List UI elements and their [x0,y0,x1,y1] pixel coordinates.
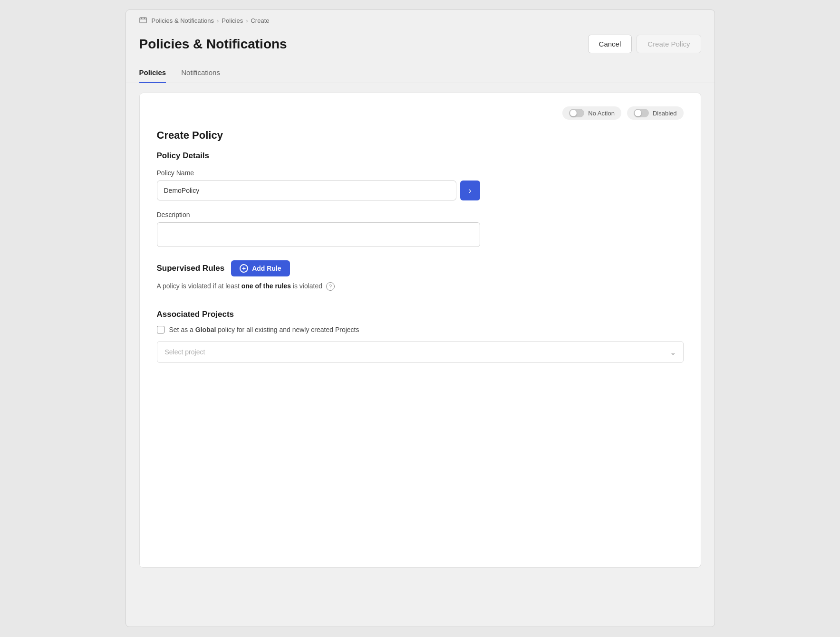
breadcrumb-separator-1: › [217,17,219,24]
global-checkbox-label: Set as a Global policy for all existing … [169,326,359,333]
policy-details-section: Policy Details Policy Name › Description [157,151,684,247]
breadcrumb-icon [139,17,147,24]
create-policy-title: Create Policy [157,129,684,142]
global-label-part2: policy for all existing and newly create… [216,326,359,333]
tab-notifications[interactable]: Notifications [181,63,220,83]
policy-name-row: › [157,181,684,200]
disabled-toggle-item[interactable]: Disabled [627,106,684,120]
rules-help-icon[interactable]: ? [326,282,335,291]
breadcrumb-item-create: Create [251,17,269,24]
no-action-toggle-item[interactable]: No Action [562,106,621,120]
policy-name-arrow-button[interactable]: › [460,181,480,200]
select-project-dropdown[interactable]: Select project [157,341,684,363]
global-checkbox-row: Set as a Global policy for all existing … [157,326,684,333]
description-label: Description [157,211,684,219]
add-rule-label: Add Rule [252,265,281,272]
rules-desc-bold: one of the rules [241,282,291,290]
policy-name-input[interactable] [157,181,456,200]
supervised-rules-header: Supervised Rules + Add Rule [157,260,684,276]
tabs: Policies Notifications [126,63,714,83]
global-label-bold: Global [195,326,216,333]
rules-desc-part1: A policy is violated if at least [157,282,241,290]
disabled-label: Disabled [653,110,677,117]
breadcrumb-item-policies-notifications[interactable]: Policies & Notifications [152,17,214,24]
no-action-label: No Action [588,110,615,117]
associated-projects-title: Associated Projects [157,310,684,319]
content-card: No Action Disabled Create Policy Policy … [139,93,701,568]
global-label-part1: Set as a [169,326,195,333]
breadcrumb-separator-2: › [246,17,248,24]
breadcrumb-item-policies[interactable]: Policies [222,17,243,24]
disabled-toggle-knob [635,110,641,116]
page-header: Policies & Notifications Cancel Create P… [126,31,714,63]
page-title: Policies & Notifications [139,37,287,52]
no-action-toggle-knob [570,110,577,116]
create-policy-button[interactable]: Create Policy [637,35,701,53]
rules-description: A policy is violated if at least one of … [157,282,684,291]
description-input[interactable] [157,222,480,247]
rules-desc-part2: is violated [291,282,322,290]
breadcrumb: Policies & Notifications › Policies › Cr… [126,10,714,31]
global-checkbox[interactable] [157,326,164,333]
add-rule-plus-icon: + [240,264,248,273]
tab-policies[interactable]: Policies [139,63,166,83]
associated-projects-section: Associated Projects Set as a Global poli… [157,310,684,363]
supervised-rules-section: Supervised Rules + Add Rule A policy is … [157,260,684,291]
svg-rect-0 [140,18,146,23]
toggle-row: No Action Disabled [157,106,684,120]
policy-name-label: Policy Name [157,169,684,177]
cancel-button[interactable]: Cancel [588,35,632,53]
no-action-toggle-switch[interactable] [569,109,584,117]
policy-details-title: Policy Details [157,151,684,161]
header-actions: Cancel Create Policy [588,35,701,53]
select-project-wrapper: Select project ⌄ [157,341,684,363]
supervised-rules-title: Supervised Rules [157,264,225,273]
disabled-toggle-switch[interactable] [634,109,649,117]
add-rule-button[interactable]: + Add Rule [231,260,290,276]
